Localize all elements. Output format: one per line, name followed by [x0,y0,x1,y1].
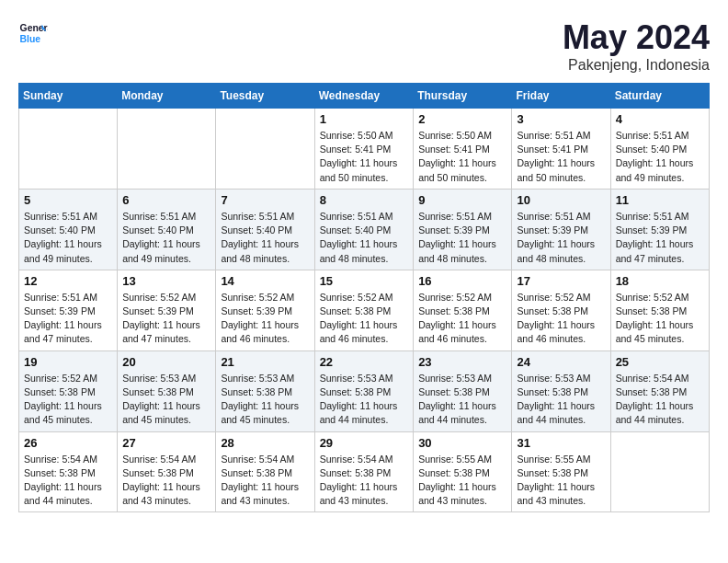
calendar-cell: 2Sunrise: 5:50 AMSunset: 5:41 PMDaylight… [414,109,512,190]
day-number: 30 [418,436,506,450]
calendar-cell: 23Sunrise: 5:53 AMSunset: 5:38 PMDayligh… [414,350,512,431]
day-number: 15 [320,274,409,288]
day-number: 26 [24,436,112,450]
day-number: 28 [221,436,309,450]
day-info: Sunrise: 5:52 AMSunset: 5:38 PMDaylight:… [320,291,409,347]
day-number: 27 [122,436,210,450]
day-number: 4 [616,112,704,126]
calendar-cell: 30Sunrise: 5:55 AMSunset: 5:38 PMDayligh… [414,431,512,512]
calendar-table: SundayMondayTuesdayWednesdayThursdayFrid… [18,83,710,512]
day-number: 6 [122,193,210,207]
weekday-header: Tuesday [216,84,314,109]
day-info: Sunrise: 5:51 AMSunset: 5:39 PMDaylight:… [24,291,112,347]
calendar-cell: 25Sunrise: 5:54 AMSunset: 5:38 PMDayligh… [610,350,709,431]
day-number: 19 [24,355,112,369]
day-number: 8 [320,193,409,207]
day-info: Sunrise: 5:53 AMSunset: 5:38 PMDaylight:… [418,372,506,428]
day-number: 17 [517,274,605,288]
title-block: May 2024 Pakenjeng, Indonesia [563,18,710,74]
day-info: Sunrise: 5:51 AMSunset: 5:39 PMDaylight:… [418,210,506,266]
day-number: 29 [320,436,409,450]
calendar-cell: 16Sunrise: 5:52 AMSunset: 5:38 PMDayligh… [414,270,512,350]
day-number: 2 [418,112,506,126]
day-info: Sunrise: 5:52 AMSunset: 5:39 PMDaylight:… [221,291,309,347]
calendar-cell: 13Sunrise: 5:52 AMSunset: 5:39 PMDayligh… [118,270,216,350]
logo: General Blue [18,18,48,48]
calendar-cell: 20Sunrise: 5:53 AMSunset: 5:38 PMDayligh… [118,350,216,431]
calendar-cell: 31Sunrise: 5:55 AMSunset: 5:38 PMDayligh… [512,431,610,512]
weekday-header: Saturday [610,84,709,109]
day-info: Sunrise: 5:51 AMSunset: 5:39 PMDaylight:… [616,210,704,266]
day-info: Sunrise: 5:51 AMSunset: 5:40 PMDaylight:… [320,210,409,266]
weekday-header: Sunday [19,84,118,109]
day-number: 14 [221,274,309,288]
calendar-cell [610,431,709,512]
day-info: Sunrise: 5:52 AMSunset: 5:38 PMDaylight:… [616,291,704,347]
day-info: Sunrise: 5:54 AMSunset: 5:38 PMDaylight:… [320,453,409,509]
calendar-cell: 24Sunrise: 5:53 AMSunset: 5:38 PMDayligh… [512,350,610,431]
day-number: 21 [221,355,309,369]
day-info: Sunrise: 5:52 AMSunset: 5:39 PMDaylight:… [122,291,210,347]
calendar-cell [216,109,314,190]
day-info: Sunrise: 5:52 AMSunset: 5:38 PMDaylight:… [517,291,605,347]
day-number: 10 [517,193,605,207]
weekday-header: Wednesday [314,84,414,109]
day-info: Sunrise: 5:55 AMSunset: 5:38 PMDaylight:… [517,453,605,509]
day-number: 31 [517,436,605,450]
day-info: Sunrise: 5:52 AMSunset: 5:38 PMDaylight:… [418,291,506,347]
day-number: 18 [616,274,704,288]
day-number: 7 [221,193,309,207]
day-number: 11 [616,193,704,207]
day-number: 5 [24,193,112,207]
calendar-cell: 10Sunrise: 5:51 AMSunset: 5:39 PMDayligh… [512,189,610,270]
day-number: 16 [418,274,506,288]
day-info: Sunrise: 5:54 AMSunset: 5:38 PMDaylight:… [24,453,112,509]
day-number: 12 [24,274,112,288]
day-info: Sunrise: 5:51 AMSunset: 5:40 PMDaylight:… [122,210,210,266]
calendar-cell: 15Sunrise: 5:52 AMSunset: 5:38 PMDayligh… [314,270,414,350]
weekday-header: Monday [118,84,216,109]
day-number: 22 [320,355,409,369]
calendar-cell: 28Sunrise: 5:54 AMSunset: 5:38 PMDayligh… [216,431,314,512]
calendar-cell: 11Sunrise: 5:51 AMSunset: 5:39 PMDayligh… [610,189,709,270]
day-number: 25 [616,355,704,369]
day-info: Sunrise: 5:51 AMSunset: 5:41 PMDaylight:… [517,129,605,185]
calendar-cell: 8Sunrise: 5:51 AMSunset: 5:40 PMDaylight… [314,189,414,270]
day-info: Sunrise: 5:53 AMSunset: 5:38 PMDaylight:… [517,372,605,428]
day-info: Sunrise: 5:55 AMSunset: 5:38 PMDaylight:… [418,453,506,509]
day-info: Sunrise: 5:51 AMSunset: 5:40 PMDaylight:… [221,210,309,266]
weekday-header: Thursday [414,84,512,109]
day-number: 23 [418,355,506,369]
calendar-cell: 19Sunrise: 5:52 AMSunset: 5:38 PMDayligh… [19,350,118,431]
calendar-cell [118,109,216,190]
day-number: 20 [122,355,210,369]
day-info: Sunrise: 5:54 AMSunset: 5:38 PMDaylight:… [616,372,704,428]
day-info: Sunrise: 5:53 AMSunset: 5:38 PMDaylight:… [320,372,409,428]
calendar-cell: 4Sunrise: 5:51 AMSunset: 5:40 PMDaylight… [610,109,709,190]
calendar-cell: 6Sunrise: 5:51 AMSunset: 5:40 PMDaylight… [118,189,216,270]
calendar-cell: 5Sunrise: 5:51 AMSunset: 5:40 PMDaylight… [19,189,118,270]
calendar-cell: 1Sunrise: 5:50 AMSunset: 5:41 PMDaylight… [314,109,414,190]
calendar-cell: 12Sunrise: 5:51 AMSunset: 5:39 PMDayligh… [19,270,118,350]
calendar-cell: 17Sunrise: 5:52 AMSunset: 5:38 PMDayligh… [512,270,610,350]
day-number: 13 [122,274,210,288]
day-info: Sunrise: 5:53 AMSunset: 5:38 PMDaylight:… [221,372,309,428]
calendar-cell: 14Sunrise: 5:52 AMSunset: 5:39 PMDayligh… [216,270,314,350]
svg-text:Blue: Blue [20,34,41,44]
day-number: 1 [320,112,409,126]
day-info: Sunrise: 5:51 AMSunset: 5:39 PMDaylight:… [517,210,605,266]
calendar-cell: 27Sunrise: 5:54 AMSunset: 5:38 PMDayligh… [118,431,216,512]
weekday-header: Friday [512,84,610,109]
day-info: Sunrise: 5:53 AMSunset: 5:38 PMDaylight:… [122,372,210,428]
calendar-cell: 18Sunrise: 5:52 AMSunset: 5:38 PMDayligh… [610,270,709,350]
day-info: Sunrise: 5:54 AMSunset: 5:38 PMDaylight:… [221,453,309,509]
day-info: Sunrise: 5:54 AMSunset: 5:38 PMDaylight:… [122,453,210,509]
calendar-cell: 7Sunrise: 5:51 AMSunset: 5:40 PMDaylight… [216,189,314,270]
day-number: 24 [517,355,605,369]
day-info: Sunrise: 5:51 AMSunset: 5:40 PMDaylight:… [616,129,704,185]
calendar-cell: 22Sunrise: 5:53 AMSunset: 5:38 PMDayligh… [314,350,414,431]
calendar-cell [19,109,118,190]
day-info: Sunrise: 5:50 AMSunset: 5:41 PMDaylight:… [320,129,409,185]
day-number: 9 [418,193,506,207]
day-info: Sunrise: 5:51 AMSunset: 5:40 PMDaylight:… [24,210,112,266]
